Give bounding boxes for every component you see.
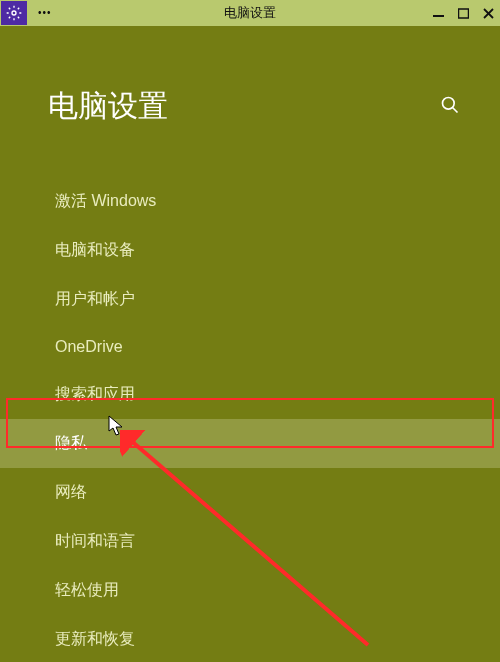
svg-point-0 — [12, 11, 16, 15]
nav-item-privacy[interactable]: 隐私 — [0, 419, 500, 468]
sidebar-nav: 激活 Windows 电脑和设备 用户和帐户 OneDrive 搜索和应用 隐私… — [0, 177, 500, 662]
search-icon[interactable] — [440, 95, 460, 119]
nav-item-activate-windows[interactable]: 激活 Windows — [0, 177, 500, 226]
nav-item-update-and-recovery[interactable]: 更新和恢复 — [0, 615, 500, 662]
window-title: 电脑设置 — [0, 4, 500, 22]
svg-point-5 — [443, 97, 455, 109]
nav-item-pc-and-devices[interactable]: 电脑和设备 — [0, 226, 500, 275]
nav-item-network[interactable]: 网络 — [0, 468, 500, 517]
minimize-button[interactable] — [433, 8, 444, 19]
titlebar: ••• 电脑设置 — [0, 0, 500, 26]
menu-dots-icon[interactable]: ••• — [38, 8, 52, 18]
close-button[interactable] — [483, 8, 494, 19]
nav-item-time-and-language[interactable]: 时间和语言 — [0, 517, 500, 566]
settings-icon[interactable] — [1, 1, 27, 25]
maximize-button[interactable] — [458, 8, 469, 19]
page-title: 电脑设置 — [48, 86, 168, 127]
nav-item-ease-of-access[interactable]: 轻松使用 — [0, 566, 500, 615]
nav-item-onedrive[interactable]: OneDrive — [0, 324, 500, 370]
nav-item-search-and-apps[interactable]: 搜索和应用 — [0, 370, 500, 419]
svg-line-6 — [453, 107, 458, 112]
nav-item-accounts[interactable]: 用户和帐户 — [0, 275, 500, 324]
svg-rect-2 — [459, 9, 469, 18]
